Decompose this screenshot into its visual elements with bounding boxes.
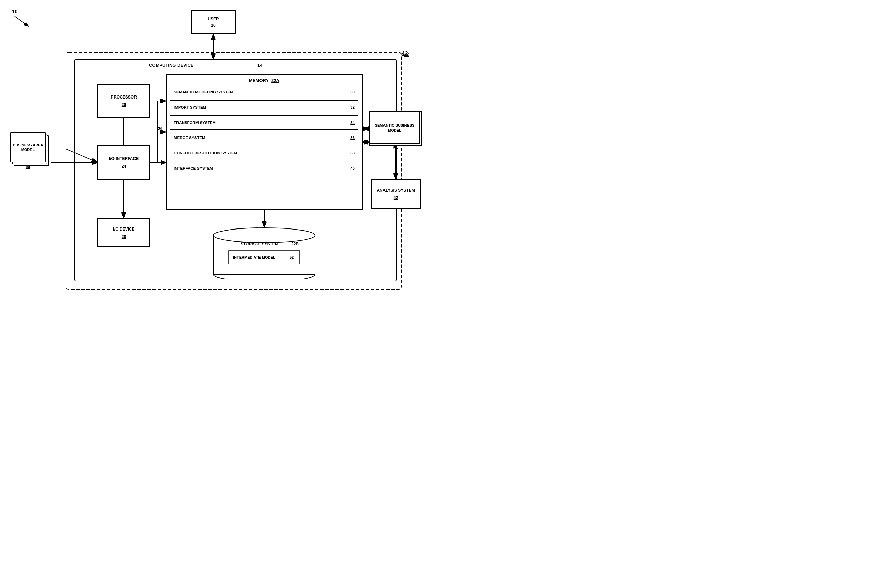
storage-system: STORAGE SYSTEM 22B INTERMEDIATE MODEL 52 — [210, 227, 319, 279]
merge-number: 36 — [350, 136, 355, 140]
sbm-number: 54 — [393, 146, 398, 150]
semantic-business-model: SEMANTIC BUSINESS MODEL 54 — [369, 112, 422, 146]
conflict-label: CONFLICT RESOLUTION SYSTEM — [174, 151, 237, 155]
transform-label: TRANSFORM SYSTEM — [174, 120, 216, 124]
memory-row-interface: INTERFACE SYSTEM 40 — [170, 161, 358, 176]
memory-row-conflict: CONFLICT RESOLUTION SYSTEM 38 — [170, 146, 358, 160]
processor-number: 20 — [122, 102, 126, 107]
bam-number: 50 — [26, 164, 30, 169]
svg-rect-43 — [214, 274, 315, 279]
user-box: USER 16 — [191, 10, 235, 34]
computing-device-number: 14 — [257, 62, 262, 68]
interface-sys-label: INTERFACE SYSTEM — [174, 166, 213, 170]
bam-label: BUSINESS AREA MODEL — [11, 142, 45, 152]
analysis-label: ANALYSIS SYSTEM — [377, 188, 415, 193]
bus-label: 26 — [158, 125, 162, 131]
import-number: 32 — [350, 105, 355, 110]
memory-row-transform: TRANSFORM SYSTEM 34 — [170, 116, 358, 130]
outer-system-label: 12 — [402, 50, 408, 56]
user-label: USER — [208, 16, 219, 21]
io-device-number: 28 — [122, 234, 126, 239]
analysis-system-box: ANALYSIS SYSTEM 42 — [371, 179, 420, 208]
computing-device-label: COMPUTING DEVICE — [149, 62, 193, 68]
transform-number: 34 — [350, 120, 355, 124]
memory-rows: SEMANTIC MODELING SYSTEM 30 IMPORT SYSTE… — [170, 85, 358, 176]
merge-label: MERGE SYSTEM — [174, 136, 205, 140]
memory-box: MEMORY 22A SEMANTIC MODELING SYSTEM 30 I… — [166, 75, 363, 210]
user-number: 16 — [211, 23, 215, 28]
io-interface-box: I/O INTERFACE 24 — [98, 146, 150, 179]
svg-line-23 — [15, 16, 29, 26]
memory-row-import: IMPORT SYSTEM 32 — [170, 100, 358, 114]
memory-row-merge: MERGE SYSTEM 36 — [170, 130, 358, 145]
io-interface-number: 24 — [122, 164, 126, 169]
io-device-box: I/O DEVICE 28 — [98, 218, 150, 247]
business-area-model: BUSINESS AREA MODEL 50 — [10, 132, 51, 176]
io-interface-label: I/O INTERFACE — [109, 156, 138, 161]
svg-text:22B: 22B — [291, 242, 299, 246]
processor-label: PROCESSOR — [111, 95, 137, 99]
semantic-number: 30 — [350, 90, 355, 94]
svg-point-41 — [214, 228, 315, 243]
memory-row-semantic: SEMANTIC MODELING SYSTEM 30 — [170, 85, 358, 99]
import-label: IMPORT SYSTEM — [174, 105, 206, 110]
svg-line-17 — [66, 149, 98, 162]
ref-number-10: 10 — [12, 9, 18, 14]
svg-text:STORAGE SYSTEM: STORAGE SYSTEM — [241, 242, 278, 246]
semantic-label: SEMANTIC MODELING SYSTEM — [174, 90, 233, 94]
memory-label: MEMORY — [249, 78, 269, 83]
interface-sys-number: 40 — [350, 166, 355, 170]
memory-number: 22A — [271, 78, 280, 83]
conflict-number: 38 — [350, 151, 355, 155]
io-device-label: I/O DEVICE — [113, 227, 134, 231]
analysis-number: 42 — [394, 195, 398, 200]
svg-text:52: 52 — [290, 255, 294, 259]
processor-box: PROCESSOR 20 — [98, 84, 150, 118]
sbm-label: SEMANTIC BUSINESS MODEL — [370, 123, 420, 133]
svg-text:INTERMEDIATE MODEL: INTERMEDIATE MODEL — [233, 255, 275, 259]
